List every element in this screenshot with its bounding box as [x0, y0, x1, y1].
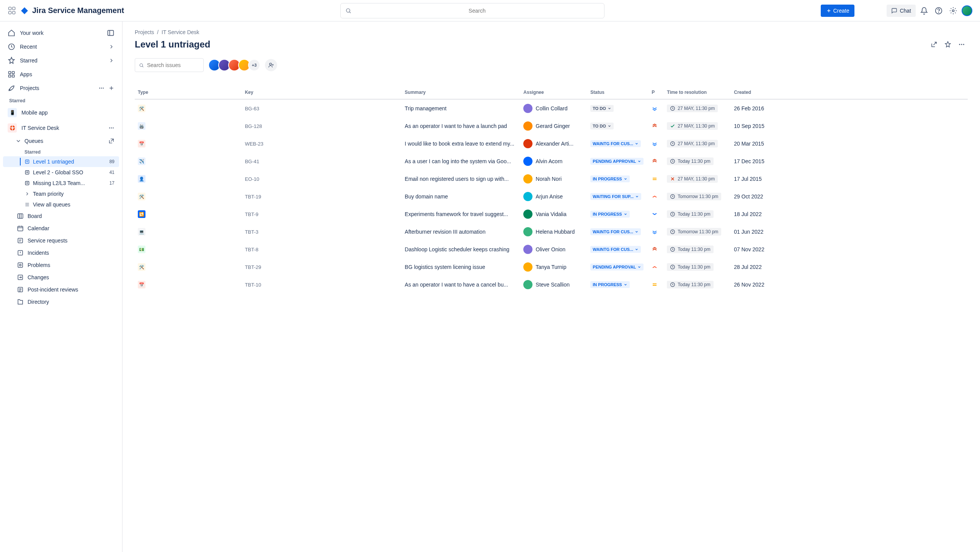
- sidebar-item-incidents[interactable]: Incidents: [3, 247, 119, 259]
- avatar-more[interactable]: +3: [248, 59, 260, 71]
- project-mobile-app[interactable]: 📱 Mobile app: [3, 105, 119, 120]
- sidebar-item-post-incident-reviews[interactable]: Post-incident reviews: [3, 283, 119, 296]
- priority-cell[interactable]: [648, 241, 664, 258]
- col-assignee[interactable]: Assignee: [520, 86, 587, 99]
- table-row[interactable]: ✈️ BG-41 As a user I can log into the sy…: [135, 152, 968, 170]
- project-more[interactable]: [108, 125, 114, 131]
- status-lozenge[interactable]: IN PROGRESS: [590, 281, 629, 288]
- issue-summary[interactable]: As a user I can log into the system via …: [402, 152, 520, 170]
- breadcrumb-projects[interactable]: Projects: [135, 29, 154, 35]
- panel-collapse-icon[interactable]: [107, 29, 114, 37]
- table-row[interactable]: 👤 EO-10 Email non registered users to si…: [135, 170, 968, 188]
- notifications-button[interactable]: [918, 5, 930, 17]
- popout-icon[interactable]: [108, 138, 114, 144]
- assignee-cell[interactable]: Arjun Anise: [523, 192, 584, 201]
- status-lozenge[interactable]: WAITING FOR SUP...: [590, 193, 641, 200]
- status-lozenge[interactable]: WAINTG FOR CUS...: [590, 228, 641, 235]
- assignee-filter[interactable]: +3: [208, 59, 260, 71]
- issue-key[interactable]: TBT-9: [242, 205, 402, 223]
- queue-item[interactable]: Level 1 untriaged89: [3, 156, 119, 167]
- status-lozenge[interactable]: IN PROGRESS: [590, 175, 629, 182]
- sidebar-item-directory[interactable]: Directory: [3, 296, 119, 308]
- table-row[interactable]: 🔁 TBT-9 Experiments framework for travel…: [135, 205, 968, 223]
- team-priority[interactable]: Team priority: [3, 188, 119, 199]
- queue-item[interactable]: Level 2 - Global SSO41: [3, 167, 119, 178]
- table-row[interactable]: 💻 TBT-3 Afterburner revision III automat…: [135, 223, 968, 241]
- queue-item[interactable]: Missing L2/L3 Team...17: [3, 178, 119, 188]
- issue-key[interactable]: EO-10: [242, 170, 402, 188]
- col-priority[interactable]: P: [648, 86, 664, 99]
- issue-key[interactable]: TBT-29: [242, 258, 402, 276]
- issue-key[interactable]: TBT-10: [242, 276, 402, 293]
- issue-summary[interactable]: BG logistics system licening issue: [402, 258, 520, 276]
- sidebar-item-calendar[interactable]: Calendar: [3, 222, 119, 234]
- nav-recent[interactable]: Recent: [3, 40, 119, 54]
- nav-apps[interactable]: Apps: [3, 67, 119, 81]
- col-key[interactable]: Key: [242, 86, 402, 99]
- issue-key[interactable]: BG-41: [242, 152, 402, 170]
- assignee-cell[interactable]: Norah Nori: [523, 174, 584, 183]
- issue-key[interactable]: TBT-19: [242, 188, 402, 205]
- help-button[interactable]: [933, 5, 945, 17]
- issue-summary[interactable]: Experiments framework for travel suggest…: [402, 205, 520, 223]
- nav-starred[interactable]: Starred: [3, 54, 119, 67]
- status-lozenge[interactable]: WAINTG FOR CUS...: [590, 246, 641, 253]
- assignee-cell[interactable]: Alexander Arti...: [523, 139, 584, 148]
- status-lozenge[interactable]: PENDING APPROVAL: [590, 158, 644, 165]
- app-switcher[interactable]: [8, 6, 17, 15]
- global-search-input[interactable]: [354, 8, 599, 14]
- priority-cell[interactable]: [648, 205, 664, 223]
- chat-button[interactable]: Chat: [887, 5, 916, 17]
- status-lozenge[interactable]: TO DO: [590, 123, 614, 129]
- priority-cell[interactable]: [648, 188, 664, 205]
- nav-projects[interactable]: Projects: [3, 81, 119, 95]
- sidebar-item-problems[interactable]: Problems: [3, 259, 119, 271]
- assignee-cell[interactable]: Tanya Turnip: [523, 262, 584, 272]
- global-search[interactable]: [340, 3, 604, 18]
- issue-key[interactable]: TBT-3: [242, 223, 402, 241]
- assignee-cell[interactable]: Gerard Ginger: [523, 121, 584, 131]
- issue-key[interactable]: WEB-23: [242, 135, 402, 152]
- table-row[interactable]: 🖨️ BG-128 As an operator I want to have …: [135, 117, 968, 135]
- col-created[interactable]: Created: [731, 86, 968, 99]
- col-status[interactable]: Status: [587, 86, 648, 99]
- assignee-cell[interactable]: Vania Vidalia: [523, 210, 584, 219]
- issue-search-input[interactable]: [147, 62, 199, 68]
- priority-cell[interactable]: [648, 223, 664, 241]
- priority-cell[interactable]: [648, 99, 664, 117]
- table-row[interactable]: 📅 TBT-10 As an operator I want to have a…: [135, 276, 968, 293]
- assignee-cell[interactable]: Oliver Onion: [523, 245, 584, 254]
- assignee-cell[interactable]: Steve Scallion: [523, 280, 584, 289]
- star-button[interactable]: [942, 38, 954, 51]
- sidebar-item-changes[interactable]: Changes: [3, 271, 119, 283]
- queues-toggle[interactable]: Queues: [3, 136, 119, 146]
- issue-summary[interactable]: Buy domain name: [402, 188, 520, 205]
- issue-summary[interactable]: Afterburner revision III automation: [402, 223, 520, 241]
- status-lozenge[interactable]: TO DO: [590, 105, 614, 112]
- issue-summary[interactable]: Dashloop Logistic scheduler keeps crashi…: [402, 241, 520, 258]
- issue-key[interactable]: BG-63: [242, 99, 402, 117]
- assignee-cell[interactable]: Collin Collard: [523, 104, 584, 113]
- more-button[interactable]: [956, 38, 968, 51]
- breadcrumb-project[interactable]: IT Service Desk: [162, 29, 199, 35]
- col-summary[interactable]: Summary: [402, 86, 520, 99]
- view-all-queues[interactable]: View all queues: [3, 199, 119, 210]
- priority-cell[interactable]: [648, 152, 664, 170]
- table-row[interactable]: 🛠️ BG-63 Trip management Collin Collard …: [135, 99, 968, 117]
- project-it-service-desk[interactable]: 🛟 IT Service Desk: [3, 120, 119, 136]
- share-button[interactable]: [928, 38, 940, 51]
- issue-key[interactable]: TBT-8: [242, 241, 402, 258]
- priority-cell[interactable]: [648, 276, 664, 293]
- issue-summary[interactable]: As an operator I want to have a cancel b…: [402, 276, 520, 293]
- sidebar-item-service-requests[interactable]: Service requests: [3, 234, 119, 247]
- nav-your-work[interactable]: Your work: [3, 26, 119, 40]
- priority-cell[interactable]: [648, 135, 664, 152]
- profile-avatar[interactable]: [962, 5, 972, 16]
- status-lozenge[interactable]: WAINTG FOR CUS...: [590, 140, 641, 147]
- priority-cell[interactable]: [648, 170, 664, 188]
- assignee-cell[interactable]: Helena Hubbard: [523, 227, 584, 236]
- settings-button[interactable]: [947, 5, 959, 17]
- plus-icon[interactable]: [108, 85, 114, 91]
- col-time[interactable]: Time to resolution: [664, 86, 731, 99]
- table-row[interactable]: 📅 WEB-23 I would like to book extra leav…: [135, 135, 968, 152]
